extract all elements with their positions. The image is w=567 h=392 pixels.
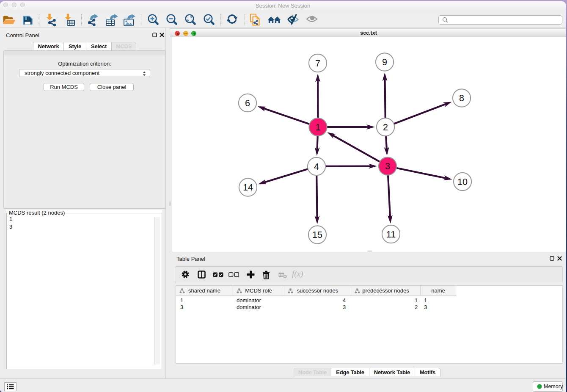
svg-text:3: 3: [385, 161, 390, 171]
svg-text:1: 1: [316, 122, 321, 133]
svg-text:9: 9: [382, 57, 387, 67]
svg-text:15: 15: [312, 230, 322, 240]
svg-text:11: 11: [386, 229, 396, 240]
svg-text:2: 2: [383, 122, 388, 133]
svg-text:7: 7: [315, 58, 320, 69]
svg-text:4: 4: [314, 162, 319, 172]
svg-text:10: 10: [457, 177, 468, 187]
svg-text:8: 8: [459, 93, 464, 103]
svg-text:6: 6: [245, 98, 250, 108]
svg-text:14: 14: [243, 182, 253, 193]
